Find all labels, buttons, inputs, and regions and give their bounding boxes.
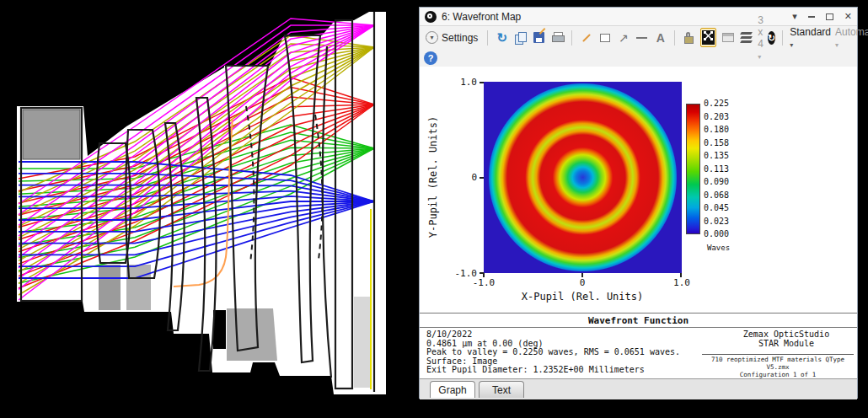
colorbar-tick-label: 0.068	[704, 190, 729, 200]
plot-content: 1.0 0 -1.0 -1.0 0 1.0 Y-Pupil (Rel. Unit…	[420, 67, 857, 378]
toolbar: ▾ Settings ↻ ↗ A	[420, 26, 857, 49]
colorbar-tick-label: 0.135	[704, 151, 729, 160]
print-icon[interactable]	[550, 30, 565, 45]
pin-menu-icon[interactable]: ▾	[792, 12, 797, 21]
colorbar-tick-label: 0.045	[704, 203, 729, 212]
x-tick-label: 0	[580, 277, 586, 288]
toolbar-separator	[571, 30, 572, 46]
spacer-gray-1	[99, 265, 121, 310]
spacer-gray-3	[227, 308, 277, 361]
colorbar-tick-label: 0.023	[704, 217, 729, 226]
y-tickmark	[480, 82, 484, 83]
x-tick-label: -1.0	[473, 277, 496, 288]
y-tick-label: 1.0	[453, 77, 477, 88]
colorbar	[686, 104, 700, 234]
colorbar-tick-label: 0.000	[704, 229, 729, 238]
refresh-icon[interactable]: ↻	[495, 30, 509, 45]
settings-label: Settings	[442, 32, 478, 44]
colorbar-unit-label: Waves	[707, 244, 730, 252]
spacer-gray-4	[354, 297, 371, 388]
history-icon[interactable]: ↻	[768, 31, 775, 45]
footer-brand-block: Zemax OpticStudio STAR Module	[719, 330, 854, 348]
title-bar[interactable]: 6: Wavefront Map ▾ ✕	[420, 8, 857, 26]
layers-icon[interactable]	[739, 30, 753, 45]
wavefront-map-window: 6: Wavefront Map ▾ ✕ ▾ Settings ↻ ↗	[419, 7, 858, 399]
help-icon[interactable]: ?	[424, 51, 437, 65]
colorbar-tick-labels: 0.2250.2030.1800.1580.1350.1130.0900.068…	[704, 99, 742, 242]
minimize-icon[interactable]	[808, 16, 815, 18]
maximize-icon[interactable]	[826, 13, 833, 20]
window-logo-icon	[425, 11, 437, 23]
line-tool-icon[interactable]	[635, 30, 649, 45]
colorbar-tick-label: 0.203	[704, 112, 729, 121]
separator-line	[420, 313, 857, 314]
lock-icon[interactable]	[682, 30, 696, 45]
colorbar-tick-label: 0.180	[704, 125, 729, 134]
footer-file-block: 710 reoptimized MTF materials QType V5.z…	[702, 354, 854, 378]
x-tick-label: 1.0	[673, 277, 690, 288]
spacer-gray-2	[126, 265, 151, 310]
chevron-down-icon: ▾	[426, 31, 438, 44]
standard-dropdown[interactable]: Standard ▾	[790, 26, 831, 50]
colorbar-tick-label: 0.113	[704, 164, 729, 174]
footer-date: 8/10/2022	[426, 330, 680, 340]
wavefront-pupil	[484, 82, 682, 273]
toolbar-separator	[782, 30, 783, 46]
colorbar-tick-label: 0.225	[704, 99, 729, 108]
save-icon[interactable]	[532, 30, 546, 45]
y-tickmark	[480, 177, 484, 179]
wavefront-map-plot	[484, 82, 682, 273]
lens-barrel-gray-fill	[23, 110, 80, 159]
settings-button[interactable]: ▾ Settings	[423, 29, 480, 46]
colorbar-tick-label: 0.158	[704, 138, 729, 147]
tab-graph[interactable]: Graph	[430, 381, 475, 398]
configuration-label: Configuration 1 of 1	[702, 371, 854, 378]
panel-icon[interactable]	[721, 30, 735, 45]
colorbar-tick-label: 0.090	[704, 177, 729, 186]
window-title: 6: Wavefront Map	[442, 11, 521, 23]
footer-left-block: 8/10/2022 0.4861 µm at 0.00 (deg) Peak t…	[426, 330, 680, 375]
rectangle-tool-icon[interactable]	[597, 30, 612, 45]
file-name: 710 reoptimized MTF materials QType V5.z…	[702, 356, 854, 371]
y-tick-label: 0	[453, 172, 477, 183]
tab-text[interactable]: Text	[479, 381, 524, 398]
brand-line-1: Zemax OpticStudio	[719, 330, 854, 340]
footer-section-title: Wavefront Function	[420, 315, 857, 326]
fit-window-icon[interactable]	[700, 28, 716, 47]
arrow-tool-icon[interactable]: ↗	[616, 30, 630, 45]
automatic-dropdown[interactable]: Automatic ▾	[835, 26, 868, 50]
y-axis-title: Y-Pupil (Rel. Units)	[427, 116, 439, 238]
toolbar-separator	[674, 30, 675, 46]
text-tool-icon[interactable]: A	[653, 30, 667, 45]
lens-layout-diagram	[0, 0, 419, 418]
pencil-icon[interactable]	[579, 30, 593, 45]
x-axis-title: X-Pupil (Rel. Units)	[522, 291, 644, 303]
copy-icon[interactable]	[513, 30, 528, 45]
tab-bar: Graph Text	[420, 378, 857, 399]
screenshot-stage: 6: Wavefront Map ▾ ✕ ▾ Settings ↻ ↗	[0, 0, 868, 418]
footer-pupil-diameter: Exit Pupil Diameter: 1.2352E+00 Millimet…	[426, 366, 680, 375]
separator-line	[420, 327, 857, 328]
close-icon[interactable]: ✕	[844, 12, 852, 21]
brand-line-2: STAR Module	[719, 340, 854, 349]
toolbar-row2: ?	[420, 49, 857, 67]
toolbar-separator	[487, 30, 488, 46]
footer-stats: Peak to valley = 0.2250 waves, RMS = 0.0…	[426, 348, 680, 357]
